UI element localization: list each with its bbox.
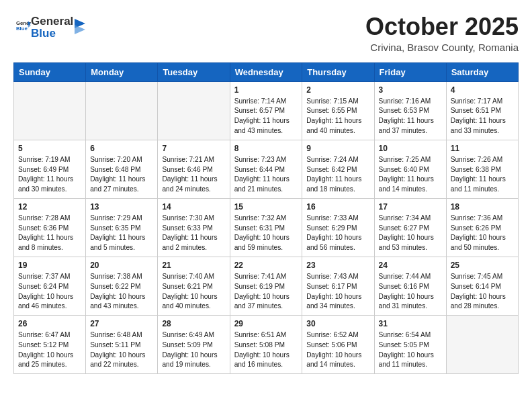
week-row-5: 26Sunrise: 6:47 AM Sunset: 5:12 PM Dayli… (14, 316, 519, 374)
day-number: 31 (379, 319, 442, 328)
calendar-cell: 7Sunrise: 7:21 AM Sunset: 6:46 PM Daylig… (158, 140, 230, 198)
day-info: Sunrise: 7:28 AM Sunset: 6:36 PM Dayligh… (18, 214, 81, 253)
calendar-cell: 27Sunrise: 6:48 AM Sunset: 5:11 PM Dayli… (86, 316, 158, 374)
calendar-cell: 1Sunrise: 7:14 AM Sunset: 6:57 PM Daylig… (230, 81, 302, 140)
calendar-cell: 20Sunrise: 7:38 AM Sunset: 6:22 PM Dayli… (86, 257, 158, 315)
header: General Blue General Blue October 2025 C… (13, 13, 519, 53)
day-info: Sunrise: 6:47 AM Sunset: 5:12 PM Dayligh… (18, 330, 81, 370)
logo-icon: General Blue (16, 18, 31, 33)
day-number: 25 (451, 261, 514, 270)
calendar-cell: 12Sunrise: 7:28 AM Sunset: 6:36 PM Dayli… (14, 198, 86, 257)
day-number: 17 (379, 202, 442, 212)
day-number: 8 (234, 144, 298, 153)
day-info: Sunrise: 7:26 AM Sunset: 6:38 PM Dayligh… (451, 155, 514, 195)
month-title: October 2025 (365, 13, 519, 40)
day-info: Sunrise: 7:34 AM Sunset: 6:27 PM Dayligh… (379, 214, 442, 253)
calendar-cell: 9Sunrise: 7:24 AM Sunset: 6:42 PM Daylig… (302, 140, 374, 198)
calendar-cell: 26Sunrise: 6:47 AM Sunset: 5:12 PM Dayli… (14, 316, 86, 374)
calendar-cell: 16Sunrise: 7:33 AM Sunset: 6:29 PM Dayli… (302, 198, 374, 257)
calendar-cell: 29Sunrise: 6:51 AM Sunset: 5:08 PM Dayli… (230, 316, 302, 374)
day-info: Sunrise: 7:15 AM Sunset: 6:55 PM Dayligh… (306, 97, 369, 136)
day-number: 19 (18, 261, 81, 270)
day-info: Sunrise: 6:54 AM Sunset: 5:05 PM Dayligh… (379, 330, 442, 370)
calendar-cell: 30Sunrise: 6:52 AM Sunset: 5:06 PM Dayli… (302, 316, 374, 374)
day-info: Sunrise: 7:36 AM Sunset: 6:26 PM Dayligh… (451, 214, 514, 253)
weekday-header-tuesday: Tuesday (158, 62, 230, 81)
day-number: 9 (306, 144, 369, 153)
day-info: Sunrise: 7:21 AM Sunset: 6:46 PM Dayligh… (162, 155, 225, 195)
calendar-cell: 15Sunrise: 7:32 AM Sunset: 6:31 PM Dayli… (230, 198, 302, 257)
day-number: 4 (451, 85, 514, 95)
calendar-cell: 18Sunrise: 7:36 AM Sunset: 6:26 PM Dayli… (446, 198, 518, 257)
day-number: 10 (379, 144, 442, 153)
week-row-1: 1Sunrise: 7:14 AM Sunset: 6:57 PM Daylig… (14, 81, 519, 140)
calendar-cell: 8Sunrise: 7:23 AM Sunset: 6:44 PM Daylig… (230, 140, 302, 198)
week-row-4: 19Sunrise: 7:37 AM Sunset: 6:24 PM Dayli… (14, 257, 519, 315)
day-info: Sunrise: 7:23 AM Sunset: 6:44 PM Dayligh… (234, 155, 298, 195)
calendar-cell: 28Sunrise: 6:49 AM Sunset: 5:09 PM Dayli… (158, 316, 230, 374)
day-number: 14 (162, 202, 225, 212)
day-number: 2 (306, 85, 369, 95)
day-number: 5 (18, 144, 81, 153)
day-number: 18 (451, 202, 514, 212)
svg-text:Blue: Blue (16, 26, 28, 32)
day-info: Sunrise: 7:32 AM Sunset: 6:31 PM Dayligh… (234, 214, 298, 253)
calendar-cell: 17Sunrise: 7:34 AM Sunset: 6:27 PM Dayli… (374, 198, 446, 257)
weekday-header-wednesday: Wednesday (230, 62, 302, 81)
weekday-header-thursday: Thursday (302, 62, 374, 81)
weekday-header-row: SundayMondayTuesdayWednesdayThursdayFrid… (14, 62, 519, 81)
day-info: Sunrise: 7:25 AM Sunset: 6:40 PM Dayligh… (379, 155, 442, 195)
day-info: Sunrise: 7:33 AM Sunset: 6:29 PM Dayligh… (306, 214, 369, 253)
logo-block: General Blue (13, 18, 31, 36)
calendar-cell: 3Sunrise: 7:16 AM Sunset: 6:53 PM Daylig… (374, 81, 446, 140)
day-number: 12 (18, 202, 81, 212)
calendar-cell: 11Sunrise: 7:26 AM Sunset: 6:38 PM Dayli… (446, 140, 518, 198)
day-number: 23 (306, 261, 369, 270)
calendar: SundayMondayTuesdayWednesdayThursdayFrid… (13, 62, 519, 375)
day-info: Sunrise: 7:41 AM Sunset: 6:19 PM Dayligh… (234, 272, 298, 312)
calendar-cell (158, 81, 230, 140)
day-info: Sunrise: 6:48 AM Sunset: 5:11 PM Dayligh… (90, 330, 153, 370)
day-number: 26 (18, 319, 81, 328)
calendar-cell: 22Sunrise: 7:41 AM Sunset: 6:19 PM Dayli… (230, 257, 302, 315)
calendar-cell (86, 81, 158, 140)
day-info: Sunrise: 7:45 AM Sunset: 6:14 PM Dayligh… (451, 272, 514, 312)
calendar-cell (14, 81, 86, 140)
day-info: Sunrise: 7:43 AM Sunset: 6:17 PM Dayligh… (306, 272, 369, 312)
day-info: Sunrise: 7:16 AM Sunset: 6:53 PM Dayligh… (379, 97, 442, 136)
day-number: 15 (234, 202, 298, 212)
day-info: Sunrise: 7:14 AM Sunset: 6:57 PM Dayligh… (234, 97, 298, 136)
day-info: Sunrise: 7:37 AM Sunset: 6:24 PM Dayligh… (18, 272, 81, 312)
day-number: 13 (90, 202, 153, 212)
day-number: 29 (234, 319, 298, 328)
day-number: 22 (234, 261, 298, 270)
day-number: 21 (162, 261, 225, 270)
svg-marker-5 (75, 25, 85, 34)
day-number: 6 (90, 144, 153, 153)
calendar-cell: 25Sunrise: 7:45 AM Sunset: 6:14 PM Dayli… (446, 257, 518, 315)
day-info: Sunrise: 7:20 AM Sunset: 6:48 PM Dayligh… (90, 155, 153, 195)
calendar-cell: 19Sunrise: 7:37 AM Sunset: 6:24 PM Dayli… (14, 257, 86, 315)
day-number: 28 (162, 319, 225, 328)
calendar-cell: 5Sunrise: 7:19 AM Sunset: 6:49 PM Daylig… (14, 140, 86, 198)
page: General Blue General Blue October 2025 C… (0, 0, 532, 381)
day-number: 7 (162, 144, 225, 153)
day-number: 20 (90, 261, 153, 270)
day-info: Sunrise: 6:51 AM Sunset: 5:08 PM Dayligh… (234, 330, 298, 370)
calendar-cell: 13Sunrise: 7:29 AM Sunset: 6:35 PM Dayli… (86, 198, 158, 257)
day-info: Sunrise: 6:52 AM Sunset: 5:06 PM Dayligh… (306, 330, 369, 370)
weekday-header-saturday: Saturday (446, 62, 518, 81)
day-number: 24 (379, 261, 442, 270)
week-row-2: 5Sunrise: 7:19 AM Sunset: 6:49 PM Daylig… (14, 140, 519, 198)
day-info: Sunrise: 7:30 AM Sunset: 6:33 PM Dayligh… (162, 214, 225, 253)
calendar-cell: 31Sunrise: 6:54 AM Sunset: 5:05 PM Dayli… (374, 316, 446, 374)
day-info: Sunrise: 7:44 AM Sunset: 6:16 PM Dayligh… (379, 272, 442, 312)
logo-blue-text: Blue (31, 27, 73, 40)
day-info: Sunrise: 7:17 AM Sunset: 6:51 PM Dayligh… (451, 97, 514, 136)
day-info: Sunrise: 7:24 AM Sunset: 6:42 PM Dayligh… (306, 155, 369, 195)
logo-general-text: General (31, 15, 73, 28)
day-info: Sunrise: 7:29 AM Sunset: 6:35 PM Dayligh… (90, 214, 153, 253)
logo: General Blue General Blue (13, 13, 91, 41)
calendar-cell: 2Sunrise: 7:15 AM Sunset: 6:55 PM Daylig… (302, 81, 374, 140)
day-number: 3 (379, 85, 442, 95)
